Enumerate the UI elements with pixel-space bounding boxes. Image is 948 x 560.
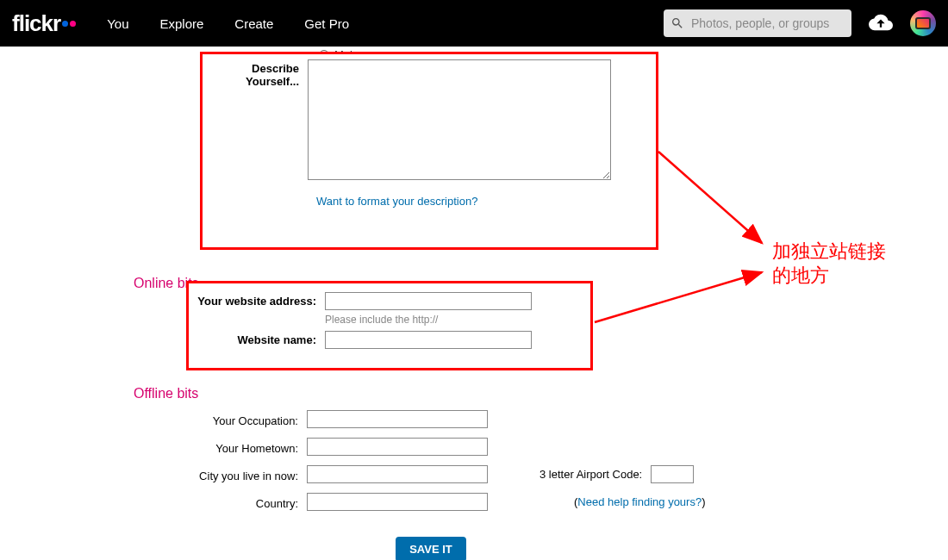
hometown-label: Your Hometown: bbox=[169, 439, 307, 455]
need-help-wrap: (Need help finding yours?) bbox=[574, 495, 706, 508]
occupation-input[interactable] bbox=[307, 410, 488, 428]
country-input[interactable] bbox=[307, 493, 488, 511]
website-address-label: Your website address: bbox=[197, 292, 325, 308]
website-hint: Please include the http:// bbox=[325, 314, 582, 326]
search-icon bbox=[670, 16, 684, 30]
nav-create[interactable]: Create bbox=[234, 16, 273, 31]
top-navbar: flickr You Explore Create Get Pro bbox=[0, 0, 948, 47]
hometown-input[interactable] bbox=[307, 438, 488, 456]
flickr-logo[interactable]: flickr bbox=[12, 10, 76, 37]
city-label: City you live in now: bbox=[169, 467, 307, 482]
annotation-text: 加独立站链接 的地方 bbox=[772, 240, 886, 288]
airport-label: 3 letter Airport Code: bbox=[539, 468, 642, 481]
highlight-box-website: Your website address: Please include the… bbox=[186, 281, 593, 370]
camera-icon bbox=[915, 17, 931, 29]
svg-line-0 bbox=[658, 152, 762, 243]
website-name-label: Website name: bbox=[197, 331, 325, 346]
upload-icon[interactable] bbox=[869, 10, 893, 37]
city-input[interactable] bbox=[307, 465, 488, 483]
nav-explore[interactable]: Explore bbox=[159, 16, 203, 31]
logo-text: flickr bbox=[12, 10, 60, 37]
section-offline-bits: Offline bits bbox=[134, 386, 862, 401]
save-button[interactable]: SAVE IT bbox=[396, 537, 466, 560]
website-name-input[interactable] bbox=[325, 331, 532, 349]
search-input[interactable] bbox=[691, 16, 845, 30]
airport-input[interactable] bbox=[651, 465, 694, 483]
highlight-box-describe: Describe Yourself... Want to format your… bbox=[200, 52, 658, 250]
offline-form: Your Occupation: Your Hometown: City you… bbox=[169, 410, 862, 511]
describe-label: Describe Yourself... bbox=[211, 59, 308, 88]
nav-getpro[interactable]: Get Pro bbox=[304, 16, 349, 31]
logo-dots bbox=[62, 21, 76, 27]
format-description-link[interactable]: Want to format your description? bbox=[316, 195, 477, 208]
website-address-input[interactable] bbox=[325, 292, 532, 310]
need-help-link[interactable]: Need help finding yours? bbox=[577, 495, 702, 508]
occupation-label: Your Occupation: bbox=[169, 412, 307, 427]
search-box[interactable] bbox=[664, 9, 851, 37]
country-label: Country: bbox=[169, 495, 307, 510]
nav-you[interactable]: You bbox=[107, 16, 128, 31]
svg-line-1 bbox=[595, 272, 762, 322]
avatar[interactable] bbox=[910, 10, 936, 36]
describe-textarea[interactable] bbox=[308, 59, 611, 180]
